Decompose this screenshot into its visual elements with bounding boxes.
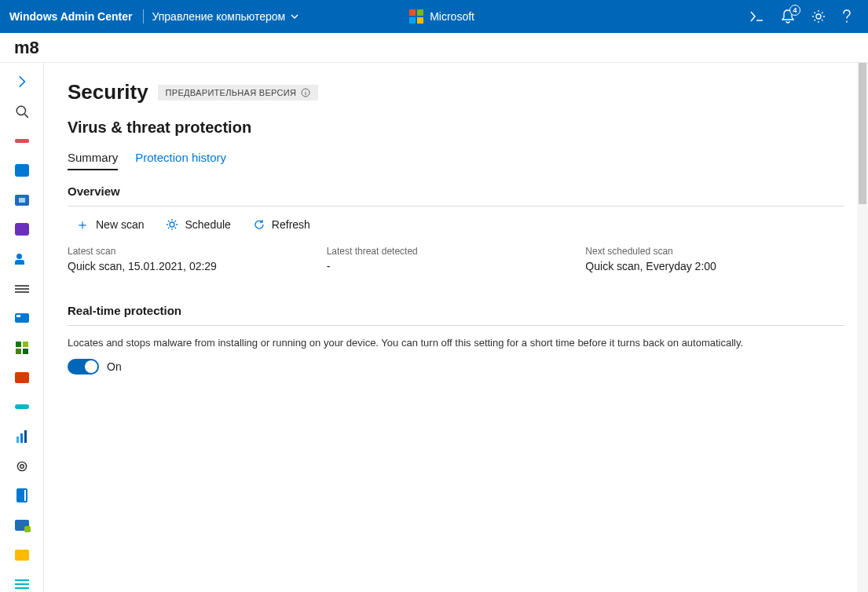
nav-item-13[interactable] — [14, 488, 30, 503]
microsoft-logo-icon — [409, 9, 423, 24]
tabs: Summary Protection history — [68, 151, 844, 170]
page-title: Security — [68, 80, 148, 104]
new-scan-label: New scan — [96, 218, 144, 231]
nav-item-5[interactable] — [14, 251, 30, 267]
tile-icon — [15, 164, 29, 177]
tile-icon — [15, 313, 29, 323]
people-icon — [15, 254, 29, 265]
schedule-label: Schedule — [185, 218, 230, 231]
latest-scan-label: Latest scan — [68, 246, 327, 257]
header-divider — [143, 9, 144, 24]
chevron-down-icon — [290, 12, 299, 21]
next-scan-col: Next scheduled scan Quick scan, Everyday… — [585, 246, 844, 272]
nav-item-16[interactable] — [14, 576, 30, 592]
latest-scan-col: Latest scan Quick scan, 15.01.2021, 02:2… — [68, 246, 327, 272]
latest-threat-label: Latest threat detected — [327, 246, 586, 257]
svg-point-1 — [16, 106, 25, 115]
preview-badge[interactable]: ПРЕДВАРИТЕЛЬНАЯ ВЕРСИЯ — [158, 85, 319, 100]
machine-row: m8 — [0, 33, 868, 63]
preview-badge-label: ПРЕДВАРИТЕЛЬНАЯ ВЕРСИЯ — [166, 88, 297, 97]
powershell-button[interactable] — [750, 11, 764, 22]
brand-title[interactable]: Windows Admin Center — [9, 10, 143, 23]
tile-icon — [15, 139, 29, 143]
top-header: Windows Admin Center Управление компьюте… — [0, 0, 868, 33]
nav-item-6[interactable] — [14, 281, 30, 297]
next-scan-label: Next scheduled scan — [585, 246, 844, 257]
latest-scan-value: Quick scan, 15.01.2021, 02:29 — [68, 260, 327, 272]
settings-button[interactable] — [811, 9, 826, 24]
nav-item-3[interactable] — [14, 192, 30, 208]
nav-item-12[interactable] — [14, 459, 30, 474]
tab-summary[interactable]: Summary — [68, 151, 118, 170]
help-button[interactable] — [843, 9, 851, 24]
microsoft-logo: Microsoft — [409, 9, 474, 24]
nav-item-15[interactable] — [14, 547, 30, 563]
book-icon — [16, 488, 27, 502]
scrollbar-track[interactable] — [857, 63, 868, 592]
page-title-row: Security ПРЕДВАРИТЕЛЬНАЯ ВЕРСИЯ — [68, 80, 844, 104]
nav-item-4[interactable] — [14, 221, 30, 237]
context-label: Управление компьютером — [152, 10, 285, 23]
nav-item-9[interactable] — [14, 370, 30, 386]
svg-point-3 — [20, 464, 24, 468]
notifications-button[interactable]: 4 — [782, 9, 794, 24]
apps-icon — [16, 342, 28, 354]
tile-icon — [15, 372, 29, 383]
tile-icon — [15, 520, 29, 531]
nav-expand[interactable] — [14, 74, 30, 90]
nav-item-2[interactable] — [14, 163, 30, 178]
nav-item-11[interactable] — [14, 429, 30, 444]
search-icon — [15, 104, 29, 119]
refresh-label: Refresh — [272, 218, 310, 231]
overview-toolbar: ＋ New scan Schedule Refresh — [68, 217, 844, 232]
folder-icon — [15, 550, 29, 561]
header-actions: 4 — [750, 9, 859, 24]
notification-badge: 4 — [789, 5, 800, 16]
realtime-toggle[interactable] — [68, 359, 99, 375]
left-nav — [0, 63, 44, 592]
nav-item-10[interactable] — [14, 399, 30, 415]
gear-icon — [166, 218, 178, 231]
nav-item-1[interactable] — [14, 133, 30, 148]
schedule-button[interactable]: Schedule — [166, 217, 230, 232]
realtime-toggle-row: On — [68, 359, 844, 375]
svg-point-2 — [17, 462, 26, 470]
tile-icon — [15, 404, 29, 409]
section-title: Virus & threat protection — [68, 119, 844, 137]
main-content: Security ПРЕДВАРИТЕЛЬНАЯ ВЕРСИЯ Virus & … — [44, 63, 868, 592]
chart-icon — [16, 430, 27, 443]
overview-title: Overview — [68, 185, 844, 206]
next-scan-value: Quick scan, Everyday 2:00 — [585, 260, 844, 272]
refresh-icon — [253, 218, 266, 231]
list-icon — [15, 285, 29, 293]
info-icon — [301, 88, 310, 97]
tab-protection-history[interactable]: Protection history — [135, 151, 226, 170]
machine-name: m8 — [14, 38, 39, 58]
nav-item-14[interactable] — [14, 517, 30, 533]
nav-item-7[interactable] — [14, 310, 30, 326]
nav-item-8[interactable] — [14, 340, 30, 356]
body: Security ПРЕДВАРИТЕЛЬНАЯ ВЕРСИЯ Virus & … — [0, 63, 868, 592]
tile-icon — [15, 223, 29, 236]
realtime-desc: Locates and stops malware from installin… — [68, 335, 844, 351]
realtime-toggle-label: On — [107, 360, 122, 373]
new-scan-button[interactable]: ＋ New scan — [75, 217, 144, 232]
latest-threat-value: - — [327, 260, 586, 272]
latest-threat-col: Latest threat detected - — [327, 246, 586, 272]
svg-point-0 — [816, 14, 821, 19]
lines-icon — [15, 579, 29, 589]
svg-point-5 — [170, 222, 174, 227]
realtime-title: Real-time protection — [68, 304, 844, 326]
monitor-icon — [15, 195, 29, 206]
help-icon — [843, 9, 851, 24]
chevron-right-icon — [15, 75, 29, 89]
nav-search[interactable] — [14, 104, 30, 119]
plus-icon: ＋ — [75, 217, 90, 232]
overview-info: Latest scan Quick scan, 15.01.2021, 02:2… — [68, 246, 844, 272]
gear-outline-icon — [15, 459, 29, 473]
context-dropdown[interactable]: Управление компьютером — [152, 10, 299, 23]
microsoft-text: Microsoft — [430, 10, 474, 23]
scrollbar-thumb[interactable] — [859, 63, 866, 204]
refresh-button[interactable]: Refresh — [253, 217, 310, 232]
terminal-icon — [750, 11, 764, 22]
